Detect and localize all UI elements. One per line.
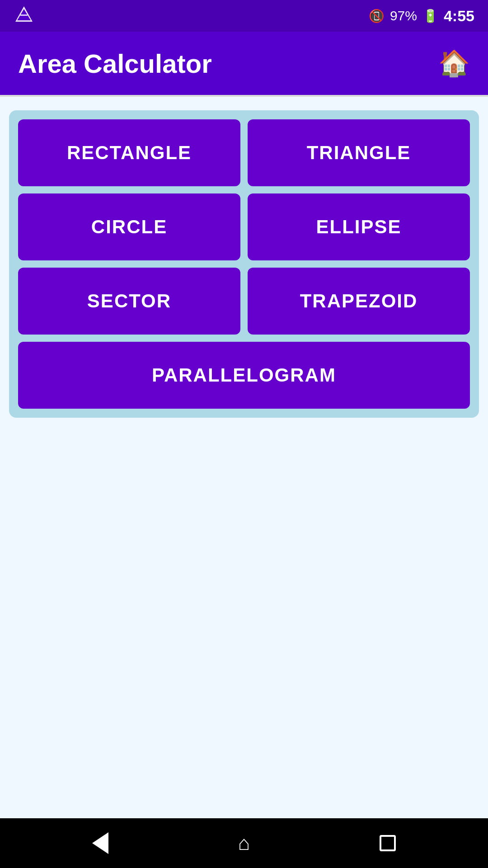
battery-icon: 🔋 bbox=[422, 9, 438, 24]
bottom-nav: ⌂ bbox=[0, 818, 488, 868]
svg-rect-2 bbox=[20, 14, 28, 16]
app-title: Area Calculator bbox=[18, 48, 212, 79]
trapezoid-button[interactable]: TRAPEZOID bbox=[248, 268, 470, 335]
ellipse-button[interactable]: ELLIPSE bbox=[248, 193, 470, 260]
home-nav-button[interactable]: ⌂ bbox=[225, 827, 264, 859]
back-nav-button[interactable] bbox=[79, 828, 122, 859]
back-icon bbox=[92, 832, 108, 854]
home-button[interactable]: 🏠 bbox=[438, 48, 470, 78]
status-logo-area bbox=[14, 5, 34, 27]
no-sim-icon: 📵 bbox=[369, 9, 385, 24]
shape-row-3: SECTOR TRAPEZOID bbox=[18, 268, 470, 335]
home-nav-icon: ⌂ bbox=[238, 832, 250, 854]
rectangle-button[interactable]: RECTANGLE bbox=[18, 119, 240, 186]
main-content: RECTANGLE TRIANGLE CIRCLE ELLIPSE SECTOR… bbox=[0, 97, 488, 818]
triangle-button[interactable]: TRIANGLE bbox=[248, 119, 470, 186]
status-right-area: 📵 97% 🔋 4:55 bbox=[369, 7, 474, 25]
brand-logo-icon bbox=[14, 5, 34, 25]
circle-button[interactable]: CIRCLE bbox=[18, 193, 240, 260]
home-icon: 🏠 bbox=[438, 49, 470, 77]
shape-row-2: CIRCLE ELLIPSE bbox=[18, 193, 470, 260]
status-bar: 📵 97% 🔋 4:55 bbox=[0, 0, 488, 32]
parallelogram-button[interactable]: PARALLELOGRAM bbox=[18, 342, 470, 409]
sector-button[interactable]: SECTOR bbox=[18, 268, 240, 335]
shape-row-4: PARALLELOGRAM bbox=[18, 342, 470, 409]
shape-row-1: RECTANGLE TRIANGLE bbox=[18, 119, 470, 186]
recents-nav-button[interactable] bbox=[366, 830, 409, 856]
status-time: 4:55 bbox=[444, 7, 474, 25]
shape-grid: RECTANGLE TRIANGLE CIRCLE ELLIPSE SECTOR… bbox=[9, 110, 479, 418]
app-bar: Area Calculator 🏠 bbox=[0, 32, 488, 95]
battery-percentage: 97% bbox=[390, 8, 417, 24]
recents-icon bbox=[380, 835, 396, 851]
